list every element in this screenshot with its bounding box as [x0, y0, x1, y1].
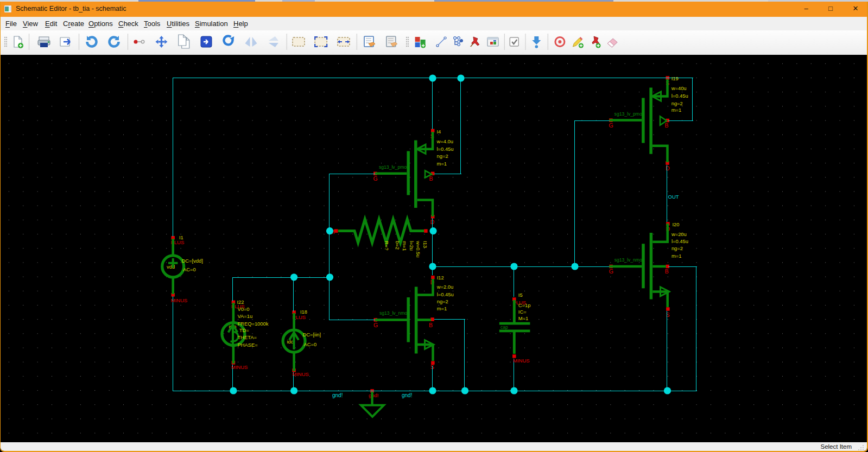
svg-text:l=0.45u: l=0.45u [671, 93, 688, 99]
svg-text:w=0.5u: w=0.5u [415, 240, 421, 258]
svg-text:ng=2: ng=2 [437, 153, 448, 159]
svg-text:m=1: m=1 [671, 253, 682, 259]
svg-text:TD=: TD= [239, 327, 249, 333]
svg-text:THETA=: THETA= [237, 334, 257, 340]
svg-text:G: G [609, 268, 613, 275]
svg-text:VA=1u: VA=1u [237, 313, 252, 319]
svg-text:w=20u: w=20u [671, 231, 687, 237]
svg-text:I20: I20 [672, 221, 679, 227]
svg-text:l=0.45u: l=0.45u [437, 146, 454, 152]
svg-text:MINUS: MINUS [292, 371, 309, 377]
svg-text:B: B [429, 175, 433, 182]
svg-text:V0=0: V0=0 [237, 306, 249, 312]
svg-text:I4: I4 [437, 129, 441, 135]
svg-text:w=2.0u: w=2.0u [436, 284, 454, 290]
svg-text:I13: I13 [422, 241, 428, 248]
svg-text:B: B [665, 122, 669, 129]
svg-text:C=1p: C=1p [518, 302, 531, 308]
svg-text:w=4.0u: w=4.0u [436, 138, 454, 144]
svg-text:ng=2: ng=2 [671, 100, 683, 106]
svg-text:AC=0: AC=0 [304, 341, 317, 347]
svg-text:DC=[vdd]: DC=[vdd] [182, 258, 203, 264]
svg-text:S: S [666, 311, 670, 318]
svg-text:b=2: b=2 [395, 241, 401, 250]
svg-text:gnd!: gnd! [402, 392, 412, 398]
svg-text:m=1: m=1 [437, 161, 447, 167]
svg-text:cap: cap [500, 324, 508, 330]
svg-text:m=1: m=1 [437, 305, 447, 311]
svg-text:OUT: OUT [668, 194, 679, 200]
svg-text:D: D [666, 165, 670, 171]
svg-text:I22: I22 [237, 299, 244, 305]
svg-text:B: B [429, 322, 433, 328]
svg-text:m=1: m=1 [671, 107, 682, 113]
svg-text:I12: I12 [437, 275, 444, 281]
svg-text:gnd!: gnd! [332, 392, 343, 398]
svg-text:gnd!: gnd! [369, 392, 379, 398]
svg-text:I1: I1 [179, 234, 183, 240]
svg-text:G: G [609, 122, 613, 129]
svg-text:sg13_lv_pmos: sg13_lv_pmos [614, 111, 644, 117]
svg-text:sg13_lv_nmos: sg13_lv_nmos [379, 310, 409, 316]
svg-text:w=40u: w=40u [671, 85, 687, 91]
svg-text:l=0.45u: l=0.45u [671, 238, 688, 244]
svg-text:G: G [373, 175, 378, 182]
svg-text:M=1: M=1 [518, 315, 529, 321]
svg-text:m=1: m=1 [402, 241, 408, 251]
svg-text:IC=: IC= [518, 309, 527, 315]
svg-text:ng=2: ng=2 [671, 245, 683, 251]
svg-text:G: G [373, 322, 378, 328]
svg-text:ng=2: ng=2 [437, 298, 448, 304]
svg-text:MINUS: MINUS [171, 297, 188, 303]
svg-text:I18: I18 [300, 309, 307, 315]
svg-text:PHASE=: PHASE= [237, 342, 258, 348]
svg-text:I5: I5 [518, 292, 523, 298]
svg-text:FREQ=1000k: FREQ=1000k [237, 321, 268, 327]
svg-text:AC=0: AC=0 [183, 266, 196, 272]
svg-text:sg13_lv_pmos: sg13_lv_pmos [379, 164, 409, 170]
svg-text:R=?: R=? [384, 241, 390, 250]
svg-text:l=0.45u: l=0.45u [437, 291, 454, 297]
svg-text:sg13_lv_nmos: sg13_lv_nmos [614, 257, 644, 263]
svg-text:MINUS: MINUS [231, 364, 248, 370]
svg-text:I19: I19 [671, 75, 679, 81]
svg-text:B: B [665, 268, 669, 275]
svg-text:DC=[iin]: DC=[iin] [303, 332, 321, 338]
svg-text:l=2u: l=2u [409, 241, 415, 251]
svg-text:MINUS: MINUS [513, 358, 530, 364]
